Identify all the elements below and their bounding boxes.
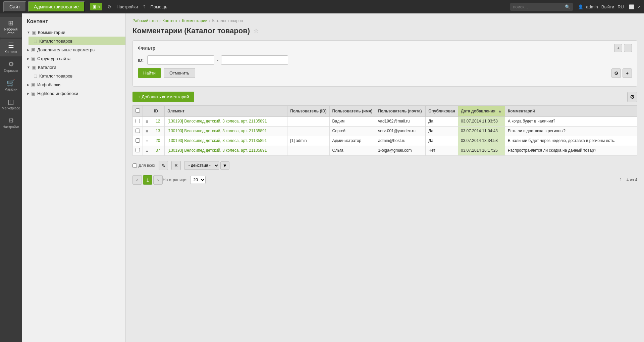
sidebar-item-content[interactable]: ☰ Контент xyxy=(0,39,22,56)
filter-id-label: ID: xyxy=(138,58,145,63)
row-user-name-1: Вадим xyxy=(329,117,375,127)
help-link[interactable]: Помощь xyxy=(150,4,167,9)
row-element-link-1[interactable]: [130193] Велосипед детский, 3 колеса, ар… xyxy=(167,119,267,124)
pagination-page-1[interactable]: 1 xyxy=(143,175,152,185)
sidebar-item-shop[interactable]: 🛒 Магазин xyxy=(0,77,22,94)
sidebar-label-content: Контент xyxy=(5,50,17,54)
tree-item-catalogs[interactable]: ▼ ▣ Каталоги xyxy=(22,63,125,71)
close-icon[interactable]: ↗ xyxy=(637,4,641,9)
top-nav: ⚙ Настройки ? Помощь xyxy=(107,4,167,9)
filter-collapse-button[interactable]: − xyxy=(624,44,632,52)
table-row: ≡ 20 [130193] Велосипед детский, 3 колес… xyxy=(133,136,637,146)
breadcrumb-sep3: › xyxy=(209,18,210,23)
row-checkbox-1[interactable] xyxy=(136,119,140,123)
filter-add-button[interactable]: + xyxy=(614,44,622,52)
left-panel-title: Контент xyxy=(22,17,125,28)
tree-comments-sub: ◻ Каталог товаров xyxy=(22,37,125,45)
row-checkbox-2[interactable] xyxy=(136,129,140,133)
row-check-2 xyxy=(133,127,143,136)
table-footer: Для всех ✎ ✕ - действия - ▼ xyxy=(132,159,637,172)
row-id-link-1[interactable]: 12 xyxy=(156,119,160,124)
row-id-link-2[interactable]: 13 xyxy=(156,129,160,133)
add-comment-button[interactable]: + Добавить комментарий xyxy=(132,92,194,102)
tree-item-site-structure[interactable]: ▶ ▣ Структура сайта xyxy=(22,54,125,63)
arrow-right-icon4: ▶ xyxy=(27,92,30,95)
row-id-link-4[interactable]: 37 xyxy=(156,148,160,153)
row-checkbox-4[interactable] xyxy=(136,148,140,152)
footer-actions-select[interactable]: - действия - xyxy=(184,161,219,170)
breadcrumb-sep2: › xyxy=(179,18,180,23)
row-menu-icon-4[interactable]: ≡ xyxy=(146,148,148,153)
favorite-star-icon[interactable]: ☆ xyxy=(253,27,259,35)
row-menu-icon-3[interactable]: ≡ xyxy=(146,138,148,144)
row-user-id-1 xyxy=(287,117,329,127)
row-comment-2: Есть ли в доставка в регионы? xyxy=(505,127,637,136)
tree-label-comments: Комментарии xyxy=(38,30,65,35)
tree-item-catalog2[interactable]: ◻ Каталог товаров xyxy=(29,71,125,80)
row-published-4: Нет xyxy=(426,146,458,156)
logout-button[interactable]: Выйти xyxy=(601,4,614,9)
th-date[interactable]: Дата добавления ▲ xyxy=(458,106,505,117)
row-element-link-4[interactable]: [130193] Велосипед детский, 3 колеса, ар… xyxy=(167,148,267,153)
breadcrumb-comments[interactable]: Комментарии xyxy=(182,18,208,23)
row-element-link-2[interactable]: [130193] Велосипед детский, 3 колеса, ар… xyxy=(167,129,267,133)
search-input[interactable] xyxy=(513,4,563,9)
pagination-next-button[interactable]: › xyxy=(153,175,163,185)
row-element-link-3[interactable]: [130193] Велосипед детский, 3 колеса, ар… xyxy=(167,138,267,143)
site-tab[interactable]: Сайт xyxy=(3,1,26,12)
row-user-name-2: Сергей xyxy=(329,127,375,136)
sidebar-item-dashboard[interactable]: ⊞ Рабочий стол xyxy=(0,17,22,38)
search-box: 🔍 xyxy=(510,3,573,11)
footer-delete-button[interactable]: ✕ xyxy=(171,161,181,170)
tree-item-comments[interactable]: ▼ ▣ Комментарии xyxy=(22,28,125,37)
pagination-prev-button[interactable]: ‹ xyxy=(132,175,142,185)
filter-title: Фильтр xyxy=(138,45,155,51)
row-date-1: 03.07.2014 11:03:58 xyxy=(458,117,505,127)
filter-find-button[interactable]: Найти xyxy=(138,68,161,78)
row-menu-icon-2[interactable]: ≡ xyxy=(146,129,148,134)
row-date-4: 03.07.2014 16:17:26 xyxy=(458,146,505,156)
filter-bottom-icons: ⚙ + xyxy=(611,68,632,78)
per-page-select[interactable]: 20 xyxy=(190,176,206,184)
row-checkbox-3[interactable] xyxy=(136,138,140,143)
lang-selector[interactable]: RU xyxy=(618,4,624,9)
admin-tab[interactable]: Администрирование xyxy=(28,1,85,12)
sidebar-item-services[interactable]: ⚙ Сервисы xyxy=(0,58,22,75)
settings-link[interactable]: Настройки xyxy=(116,4,138,9)
filter-header-icons: + − xyxy=(614,44,632,52)
row-menu-icon-1[interactable]: ≡ xyxy=(146,119,148,124)
comments-folder-icon: ▣ xyxy=(32,30,36,35)
sidebar-item-settings[interactable]: ⚙ Настройки xyxy=(0,114,22,132)
table-body: ≡ 12 [130193] Велосипед детский, 3 колес… xyxy=(133,117,637,156)
filter-id-to[interactable] xyxy=(221,55,288,65)
sidebar-item-marketplace[interactable]: ◫ Marketplace xyxy=(0,96,22,113)
maximize-icon[interactable]: ⬜ xyxy=(629,4,634,9)
settings-icon: ⚙ xyxy=(8,117,14,124)
th-id: ID xyxy=(151,106,165,117)
tree-item-infoblocks[interactable]: ▶ ▣ Инфоблоки xyxy=(22,80,125,89)
breadcrumb-desktop[interactable]: Рабочий стол xyxy=(132,18,158,23)
row-user-email-1: vad1962@mail.ru xyxy=(375,117,426,127)
tree-item-catalog[interactable]: ◻ Каталог товаров xyxy=(29,37,125,45)
th-comment: Комментарий xyxy=(505,106,637,117)
breadcrumb-sep1: › xyxy=(159,18,161,23)
row-id-link-3[interactable]: 20 xyxy=(156,138,160,143)
footer-actions-arrow-button[interactable]: ▼ xyxy=(220,161,229,170)
filter-id-from[interactable] xyxy=(147,55,214,65)
user-icon: 👤 xyxy=(578,4,583,9)
filter-cancel-button[interactable]: Отменить xyxy=(164,68,195,78)
filter-gear-button[interactable]: ⚙ xyxy=(611,68,621,78)
table-settings-button[interactable]: ⚙ xyxy=(627,92,637,102)
footer-select-all-checkbox[interactable] xyxy=(132,163,137,168)
badge-button[interactable]: ▣ 5 xyxy=(90,3,103,10)
filter-plus-button[interactable]: + xyxy=(623,68,632,78)
breadcrumb-content[interactable]: Контент xyxy=(162,18,177,23)
tree-label-catalog: Каталог товаров xyxy=(39,39,72,44)
tree-item-extra-params[interactable]: ▶ ▣ Дополнительные параметры xyxy=(22,45,125,54)
row-user-id-2 xyxy=(287,127,329,136)
table-row: ≡ 37 [130193] Велосипед детский, 3 колес… xyxy=(133,146,637,156)
tree-item-highload[interactable]: ▶ ▣ Highload инфоблоки xyxy=(22,89,125,98)
row-element-1: [130193] Велосипед детский, 3 колеса, ар… xyxy=(165,117,287,127)
footer-edit-button[interactable]: ✎ xyxy=(159,161,168,170)
select-all-checkbox[interactable] xyxy=(136,108,140,113)
